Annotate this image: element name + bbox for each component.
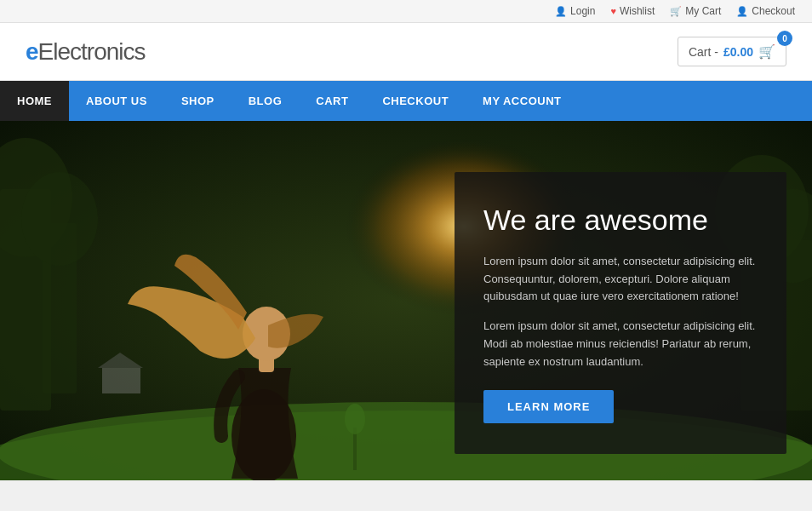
nav-cart[interactable]: CART — [299, 81, 365, 121]
hero-text-1: Lorem ipsum dolor sit amet, consectetur … — [483, 253, 758, 306]
cart-svg-icon: 🛒 — [758, 43, 775, 60]
wishlist-label: Wishlist — [620, 5, 655, 17]
cart-button[interactable]: 0 Cart - £0.00 🛒 — [678, 37, 786, 66]
navbar: HOME ABOUT US SHOP BLOG CART CHECKOUT MY… — [0, 81, 812, 121]
checkout-icon — [736, 5, 748, 17]
logo[interactable]: eElectronics — [26, 38, 146, 66]
nav-shop[interactable]: SHOP — [164, 81, 232, 121]
nav-about[interactable]: ABOUT US — [69, 81, 164, 121]
cart-price: £0.00 — [723, 45, 753, 59]
svg-point-6 — [21, 172, 98, 266]
nav-home[interactable]: HOME — [0, 81, 69, 121]
user-icon — [555, 5, 567, 17]
cart-icon — [670, 5, 682, 17]
logo-rest: Electronics — [38, 38, 146, 65]
hero-content-box: We are awesome Lorem ipsum dolor sit ame… — [455, 172, 786, 454]
mycart-label: My Cart — [685, 5, 721, 17]
logo-e: e — [26, 38, 38, 65]
checkout-link[interactable]: Checkout — [736, 5, 795, 17]
cart-text-label: Cart - — [689, 45, 718, 59]
mycart-link[interactable]: My Cart — [670, 5, 721, 17]
svg-point-16 — [345, 404, 365, 434]
top-bar: Login Wishlist My Cart Checkout — [0, 0, 812, 23]
header: eElectronics 0 Cart - £0.00 🛒 — [0, 23, 812, 81]
nav-checkout[interactable]: CHECKOUT — [365, 81, 466, 121]
nav-blog[interactable]: BLOG — [232, 81, 300, 121]
hero-title: We are awesome — [483, 203, 758, 238]
hero-section: We are awesome Lorem ipsum dolor sit ame… — [0, 121, 812, 480]
login-label: Login — [570, 5, 595, 17]
nav-myaccount[interactable]: MY ACCOUNT — [466, 81, 578, 121]
cart-badge: 0 — [777, 31, 792, 46]
login-link[interactable]: Login — [555, 5, 595, 17]
checkout-label: Checkout — [752, 5, 795, 17]
heart-icon — [610, 5, 616, 17]
learn-more-button[interactable]: LEARN MORE — [483, 390, 614, 423]
svg-rect-17 — [102, 368, 140, 393]
hero-text-2: Lorem ipsum dolor sit amet, consectetur … — [483, 318, 758, 370]
wishlist-link[interactable]: Wishlist — [610, 5, 655, 17]
